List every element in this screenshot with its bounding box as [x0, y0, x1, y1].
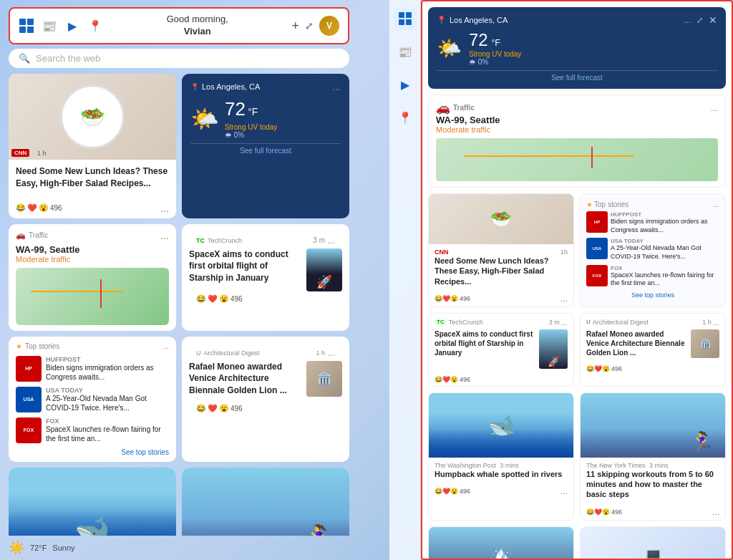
add-button[interactable]: +: [291, 19, 299, 34]
story-img-2: USA: [16, 387, 42, 412]
spacex-reactions: 😂❤️😮 496: [196, 294, 243, 304]
spacex-more-btn[interactable]: ...: [328, 236, 335, 246]
right-spacex-more[interactable]: ...: [561, 318, 568, 327]
story-item-3[interactable]: FOX FOX SpaceX launches re-flown fairing…: [16, 417, 169, 443]
right-skip-source: The New York Times 3 mins: [586, 462, 719, 469]
right-traffic-title: WA-99, Seattle: [436, 115, 718, 125]
news-grid: 🥗 CNN 1 h Need Some New Lunch Ideas? The…: [9, 74, 349, 536]
food-card[interactable]: 🥗 CNN 1 h Need Some New Lunch Ideas? The…: [9, 74, 176, 218]
right-windows-card[interactable]: 💻 The Verge Microsoft will release Windo…: [580, 526, 726, 560]
right-see-more-link[interactable]: See top stories: [586, 291, 719, 299]
video-icon[interactable]: ▶: [64, 18, 80, 34]
right-grid-row4: 🏔️ The New York Times Patricia Urquiola …: [422, 521, 732, 560]
food-plate-icon: 🥗: [60, 85, 125, 149]
story-item-2[interactable]: USA USA TODAY A 25-Year-Old Nevada Man G…: [16, 387, 169, 412]
traffic-title: WA-99, Seattle: [16, 244, 169, 255]
right-weather-expand-icon[interactable]: ⤢: [696, 16, 703, 25]
right-windows-image: 💻: [581, 527, 725, 560]
right-food-source: CNN: [435, 248, 449, 256]
right-food-card[interactable]: 🥗 CNN 1h Need Some New Lunch Ideas? Thes…: [428, 193, 574, 307]
location-icon[interactable]: 📍: [87, 18, 103, 34]
right-food-more[interactable]: ...: [560, 294, 568, 304]
right-spacex-rocket-icon: 🚀: [539, 329, 568, 369]
right-top-stories[interactable]: ★ Top stories ... HP HUFFPOST Biden sign…: [580, 193, 726, 307]
weather-card[interactable]: 📍 Los Angeles, CA ... 🌤️ 72 °F Strong UV…: [182, 74, 349, 218]
top-bar-actions: + ⤢ V: [291, 16, 339, 36]
right-story-text-3: FOX SpaceX launches re-flown fairing for…: [611, 265, 719, 288]
right-skip-footer: 😂❤️😮496 ...: [581, 504, 725, 520]
right-skip-more[interactable]: ...: [712, 507, 719, 517]
right-weather-more[interactable]: ...: [684, 15, 691, 25]
whale-card[interactable]: 🐋 The Washington Post 3 mins Humpback wh…: [9, 468, 176, 536]
bottom-sun-icon: ☀️: [9, 540, 24, 556]
cnn-badge: CNN: [11, 149, 29, 157]
right-whale-card[interactable]: 🐋 The Washington Post 3 mins Humpback wh…: [428, 392, 574, 521]
sidebar-location-icon[interactable]: 📍: [394, 106, 417, 129]
right-rafael-more[interactable]: ...: [713, 318, 719, 327]
right-location-dot: 📍: [437, 16, 447, 25]
search-bar[interactable]: 🔍 Search the web: [9, 49, 349, 68]
rafael-footer: 😂❤️😮 496: [189, 401, 342, 417]
right-stories-more[interactable]: ...: [713, 200, 719, 208]
weather-main: 🌤️ 72 °F Strong UV today 🌧 0%: [190, 98, 341, 139]
right-patricia-image: 🏔️: [429, 527, 573, 560]
sun-icon: 🌤️: [190, 105, 219, 132]
news-icon[interactable]: 📰: [42, 18, 57, 34]
right-rafael-card[interactable]: U Architectural Digest 1 h ... Rafael Mo…: [580, 313, 726, 387]
right-rafael-reactions: 😂❤️😮496: [586, 365, 622, 372]
right-forecast-link[interactable]: See full forecast: [437, 70, 717, 82]
top-stories-more[interactable]: ...: [163, 342, 169, 350]
sidebar-video-icon[interactable]: ▶: [394, 73, 417, 96]
skipping-card[interactable]: 🏃‍♀️ The New York Times 20 mins 11 skipp…: [182, 468, 349, 536]
spacex-text: SpaceX aims to conduct first orbital fli…: [189, 248, 301, 291]
story-item-1[interactable]: HP HUFFPOST Biden signs immigration orde…: [16, 356, 169, 382]
right-story-3[interactable]: FOX FOX SpaceX launches re-flown fairing…: [586, 265, 719, 288]
spacex-rocket-icon: 🚀: [306, 248, 342, 291]
right-rafael-building-icon: 🏛️: [691, 329, 719, 358]
right-story-2[interactable]: USA USA TODAY A 25-Year-Old Nevada Man G…: [586, 238, 719, 261]
right-panel: 📰 ▶ 📍 📍 Los Angeles, CA ... ⤢ ✕ 🌤️ 72 °F: [389, 0, 733, 560]
weather-more-btn[interactable]: ...: [332, 81, 341, 92]
traffic-card[interactable]: 🚗 Traffic ... WA-99, Seattle Moderate tr…: [9, 224, 176, 331]
top-bar-nav-icons: 📰 ▶ 📍: [19, 18, 103, 34]
rafael-title: Rafael Moneo awarded Venice Architecture…: [189, 361, 301, 397]
weather-temp: 72 °F: [225, 98, 277, 120]
story-text-3: FOX SpaceX launches re-flown fairing for…: [46, 417, 169, 443]
food-more-btn[interactable]: ...: [160, 203, 169, 214]
top-stories-card[interactable]: ★ Top stories ... HP HUFFPOST Biden sign…: [9, 337, 176, 462]
traffic-more-btn[interactable]: ...: [160, 230, 169, 241]
right-weather-row: 🌤️ 72 °F Strong UV today 🌧 0%: [437, 30, 717, 66]
avatar[interactable]: V: [319, 16, 339, 36]
close-button[interactable]: ✕: [709, 14, 717, 26]
right-spacex-card[interactable]: TC TechCrunch 3 m ... SpaceX aims to con…: [428, 313, 574, 387]
whale-image: 🐋: [9, 468, 176, 536]
right-skipping-card[interactable]: 🏃‍♀️ The New York Times 3 mins 11 skippi…: [580, 392, 726, 521]
bottom-temp: 72°F: [30, 544, 47, 552]
weather-forecast-link[interactable]: See full forecast: [190, 143, 341, 155]
right-rafael-body-wrap: U Architectural Digest 1 h ... Rafael Mo…: [581, 314, 725, 362]
rafael-source: U Architectural Digest 1 h ...: [189, 342, 342, 358]
expand-icon[interactable]: ⤢: [305, 20, 314, 32]
sidebar-news-icon[interactable]: 📰: [394, 40, 417, 63]
right-story-1[interactable]: HP HUFFPOST Biden signs immigration orde…: [586, 211, 719, 234]
right-whale-more[interactable]: ...: [560, 486, 568, 496]
home-icon[interactable]: [19, 18, 34, 34]
right-story-img-2: USA: [586, 238, 608, 259]
see-top-stories-link[interactable]: See top stories: [16, 448, 169, 456]
rafael-more-btn[interactable]: ...: [328, 348, 335, 358]
right-spacex-reactions: 😂❤️😮496: [435, 376, 470, 383]
traffic-map: [16, 268, 169, 325]
right-traffic-card[interactable]: 🚗 Traffic ... WA-99, Seattle Moderate tr…: [428, 95, 726, 188]
right-content: 📍 Los Angeles, CA ... ⤢ ✕ 🌤️ 72 °F Stron…: [421, 0, 733, 560]
skip-rope-icon: 🏃‍♀️: [303, 523, 335, 536]
right-weather-temp: 72 °F: [469, 30, 521, 50]
spacex-card[interactable]: TC TechCrunch 3 m ... SpaceX aims to con…: [182, 224, 349, 331]
right-weather-card[interactable]: 📍 Los Angeles, CA ... ⤢ ✕ 🌤️ 72 °F Stron…: [428, 7, 726, 89]
rafael-card[interactable]: U Architectural Digest 1 h ... Rafael Mo…: [182, 337, 349, 462]
right-star-icon: ★: [586, 201, 593, 208]
right-food-image: 🥗: [429, 194, 573, 244]
right-skip-reactions: 😂❤️😮496: [586, 508, 622, 516]
sidebar-home-icon[interactable]: [394, 7, 417, 30]
right-patricia-card[interactable]: 🏔️ The New York Times Patricia Urquiola …: [428, 526, 574, 560]
right-traffic-more[interactable]: ...: [711, 103, 718, 113]
